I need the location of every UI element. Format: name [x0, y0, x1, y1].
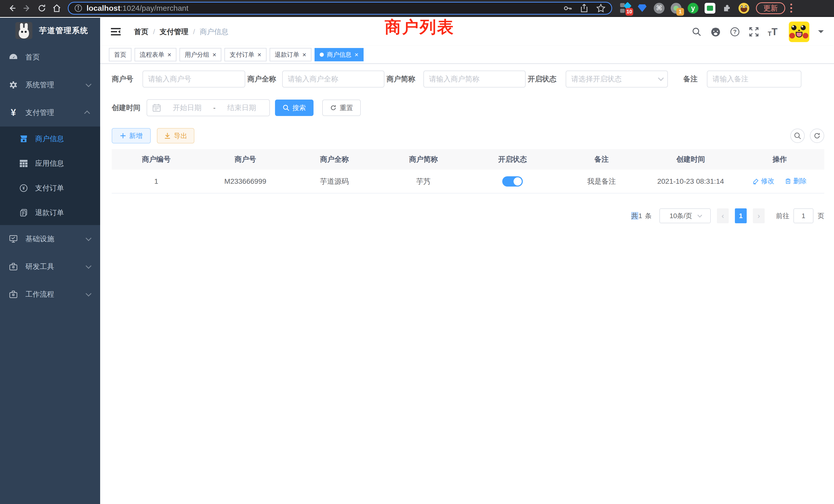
sidebar-item-label: 支付订单: [35, 183, 64, 193]
password-key-icon[interactable]: [563, 4, 572, 13]
user-avatar[interactable]: [789, 22, 809, 42]
browser-home-button[interactable]: [49, 1, 64, 16]
sidebar-submenu-pay: 商户信息 应用信息 ¥ 支付订单: [0, 127, 100, 225]
puzzle-icon: [722, 3, 732, 13]
sidebar-item-system[interactable]: 系统管理: [0, 71, 100, 99]
extension-command-icon[interactable]: ⌘: [653, 2, 665, 14]
tab-home[interactable]: 首页: [109, 48, 131, 61]
edit-link[interactable]: 修改: [753, 177, 774, 186]
page-number-button[interactable]: 1: [735, 208, 747, 223]
close-icon[interactable]: ×: [303, 51, 306, 58]
cell-id: 1: [112, 169, 201, 193]
short-name-input[interactable]: [423, 71, 526, 88]
chevron-down-icon: [86, 81, 92, 87]
merchant-table: 商户编号 商户号 商户全称 商户简称 开启状态 备注 创建时间 操作 1: [112, 149, 824, 193]
header-search-icon[interactable]: [692, 27, 702, 37]
annotation-merchant-list: 商户列表: [385, 16, 455, 38]
tab-user-group[interactable]: 用户分组×: [179, 48, 221, 61]
sidebar-fold-button[interactable]: [110, 27, 121, 37]
search-button[interactable]: 搜索: [275, 99, 313, 116]
goto-page-input[interactable]: [793, 208, 813, 223]
bookmark-star-icon[interactable]: [596, 3, 606, 13]
extensions-puzzle-icon[interactable]: [721, 2, 733, 14]
browser-forward-button[interactable]: [20, 1, 35, 16]
github-icon[interactable]: [710, 26, 721, 37]
sidebar-item-label: 基础设施: [25, 234, 54, 244]
sidebar-item-dev-tools[interactable]: 研发工具: [0, 253, 100, 280]
add-button[interactable]: 新增: [112, 128, 151, 143]
table-toolbar: 新增 导出: [112, 128, 824, 143]
col-header-create-time: 创建时间: [646, 149, 735, 169]
close-icon[interactable]: ×: [212, 51, 216, 58]
reset-button[interactable]: 重置: [322, 99, 361, 116]
font-size-icon[interactable]: TT: [768, 26, 777, 38]
yen-icon: ¥: [9, 107, 18, 118]
chrome-update-button[interactable]: 更新: [756, 2, 785, 14]
chevron-down-icon: [86, 235, 92, 241]
help-icon[interactable]: ?: [730, 27, 740, 37]
sidebar-item-refund-order[interactable]: 退款订单: [0, 201, 100, 225]
url-bar[interactable]: localhost:1024/pay/merchant: [68, 2, 612, 15]
sidebar-item-infra[interactable]: 基础设施: [0, 225, 100, 253]
grid-icon: [19, 160, 28, 167]
full-name-input[interactable]: [282, 71, 385, 88]
yen-circle-icon: ¥: [19, 184, 28, 192]
tab-refund-order[interactable]: 退款订单×: [270, 48, 311, 61]
fullscreen-icon[interactable]: [749, 27, 759, 37]
filter-row-1: 商户号 商户全称 商户简称 开启状态: [112, 71, 824, 88]
total-count: 共1 条: [631, 211, 652, 221]
breadcrumb-separator: /: [153, 28, 155, 36]
date-range-picker[interactable]: 开始日期 - 结束日期: [147, 99, 270, 116]
logo-image: [16, 22, 32, 39]
sidebar-item-merchant[interactable]: 商户信息: [0, 127, 100, 151]
tab-pay-order[interactable]: 支付订单×: [224, 48, 266, 61]
breadcrumb-pay[interactable]: 支付管理: [160, 27, 189, 37]
delete-link[interactable]: 删除: [785, 177, 807, 186]
monitor-check-icon: [9, 235, 18, 243]
extension-gem-icon[interactable]: [636, 2, 648, 14]
short-name-label: 商户简称: [387, 74, 415, 84]
calendar-icon: [152, 104, 161, 112]
site-info-icon[interactable]: [74, 4, 83, 12]
sidebar-item-label: 系统管理: [25, 80, 54, 90]
status-select[interactable]: [566, 71, 668, 88]
extension-adguard-icon[interactable]: 1: [670, 2, 682, 14]
cell-create-time: 2021-10-23 08:31:14: [646, 169, 735, 193]
sidebar-item-pay-order[interactable]: ¥ 支付订单: [0, 176, 100, 201]
tab-merchant[interactable]: 商户信息×: [314, 48, 364, 61]
extension-clipboard-icon[interactable]: 10: [619, 2, 631, 14]
browser-back-button[interactable]: [5, 1, 20, 16]
extension-chat-icon[interactable]: [704, 2, 716, 14]
remark-input[interactable]: [707, 71, 802, 88]
show-search-toggle-button[interactable]: [790, 129, 805, 143]
search-icon: [283, 105, 289, 111]
browser-reload-button[interactable]: [35, 1, 49, 16]
extension-y-icon[interactable]: y: [687, 2, 699, 14]
merchant-no-input[interactable]: [142, 71, 245, 88]
status-toggle[interactable]: [502, 176, 523, 187]
export-button[interactable]: 导出: [157, 128, 194, 143]
app-title: 芋道管理系统: [39, 25, 88, 36]
range-separator: -: [213, 104, 215, 112]
close-icon[interactable]: ×: [257, 51, 261, 58]
close-icon[interactable]: ×: [168, 51, 171, 58]
browser-profile-avatar[interactable]: [738, 2, 750, 14]
next-page-button[interactable]: ›: [753, 208, 765, 223]
col-header-id: 商户编号: [112, 149, 201, 169]
breadcrumb-home[interactable]: 首页: [134, 27, 148, 37]
share-icon[interactable]: [579, 4, 589, 13]
refresh-table-button[interactable]: [810, 129, 824, 143]
close-icon[interactable]: ×: [355, 51, 358, 58]
sidebar-item-home[interactable]: 首页: [0, 43, 100, 71]
sidebar-logo[interactable]: 芋道管理系统: [0, 18, 100, 43]
sidebar-item-pay[interactable]: ¥ 支付管理: [0, 99, 100, 127]
cell-full-name: 芋道源码: [290, 169, 379, 193]
avatar-dropdown-caret[interactable]: [818, 30, 824, 36]
create-time-label: 创建时间: [112, 103, 140, 113]
browser-menu-button[interactable]: [790, 4, 792, 13]
page-size-select[interactable]: 10条/页: [659, 208, 711, 223]
tab-flow-form[interactable]: 流程表单×: [135, 48, 176, 61]
prev-page-button[interactable]: ‹: [717, 208, 729, 223]
sidebar-item-workflow[interactable]: 工作流程: [0, 280, 100, 308]
sidebar-item-app[interactable]: 应用信息: [0, 151, 100, 176]
